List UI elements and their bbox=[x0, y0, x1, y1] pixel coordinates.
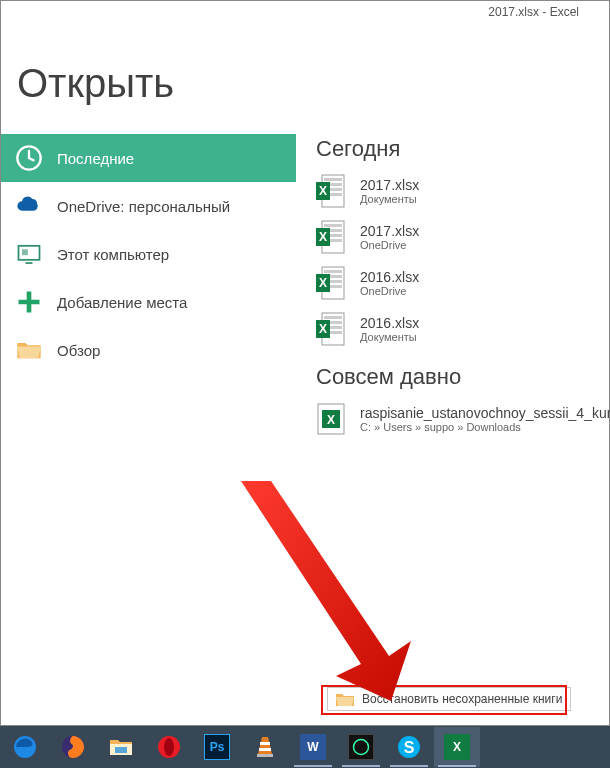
excel-file-icon: X bbox=[316, 312, 346, 346]
file-name: 2016.xlsx bbox=[360, 315, 419, 331]
excel-legacy-file-icon: X bbox=[316, 402, 346, 436]
group-heading-today: Сегодня bbox=[316, 136, 610, 162]
file-row[interactable]: X 2016.xlsx OneDrive bbox=[316, 260, 610, 306]
file-row[interactable]: X raspisanie_ustanovochnoy_sessii_4_kur … bbox=[316, 396, 610, 442]
taskbar-excel[interactable]: X bbox=[434, 727, 480, 767]
taskbar-opera[interactable] bbox=[146, 727, 192, 767]
open-sidebar: Последние OneDrive: персональный Этот ко… bbox=[1, 134, 296, 442]
file-path: OneDrive bbox=[360, 239, 419, 251]
excel-file-icon: X bbox=[316, 220, 346, 254]
file-name: 2017.xlsx bbox=[360, 177, 419, 193]
file-list: Сегодня X 2017.xlsx Документы X 2017.xls… bbox=[296, 134, 610, 442]
taskbar-mobaxterm[interactable] bbox=[338, 727, 384, 767]
svg-point-40 bbox=[164, 738, 174, 756]
folder-icon bbox=[15, 336, 43, 364]
taskbar-word[interactable]: W bbox=[290, 727, 336, 767]
file-path: Документы bbox=[360, 193, 419, 205]
sidebar-item-label: Последние bbox=[57, 150, 134, 167]
file-name: 2017.xlsx bbox=[360, 223, 419, 239]
svg-rect-19 bbox=[324, 270, 342, 273]
file-path: OneDrive bbox=[360, 285, 419, 297]
svg-rect-43 bbox=[259, 748, 271, 751]
file-path: Документы bbox=[360, 331, 419, 343]
taskbar-skype[interactable]: S bbox=[386, 727, 432, 767]
svg-rect-41 bbox=[257, 754, 273, 757]
file-row[interactable]: X 2017.xlsx Документы bbox=[316, 168, 610, 214]
file-path: C: » Users » suppo » Downloads bbox=[360, 421, 610, 433]
svg-text:X: X bbox=[319, 230, 327, 244]
svg-text:X: X bbox=[319, 322, 327, 336]
svg-rect-1 bbox=[19, 246, 40, 260]
svg-rect-5 bbox=[324, 178, 342, 181]
recover-unsaved-button[interactable]: Восстановить несохраненные книги bbox=[327, 687, 571, 711]
svg-rect-12 bbox=[324, 224, 342, 227]
window-title: 2017.xlsx - Excel bbox=[1, 1, 609, 21]
taskbar: Ps W S X bbox=[0, 726, 610, 768]
sidebar-item-browse[interactable]: Обзор bbox=[1, 326, 296, 374]
taskbar-photoshop[interactable]: Ps bbox=[194, 727, 240, 767]
taskbar-file-explorer[interactable] bbox=[98, 727, 144, 767]
svg-text:X: X bbox=[319, 276, 327, 290]
clock-icon bbox=[15, 144, 43, 172]
sidebar-item-label: Этот компьютер bbox=[57, 246, 169, 263]
onedrive-icon bbox=[15, 192, 43, 220]
sidebar-item-label: OneDrive: персональный bbox=[57, 198, 230, 215]
sidebar-item-recent[interactable]: Последние bbox=[1, 134, 296, 182]
computer-icon bbox=[15, 240, 43, 268]
sidebar-item-this-pc[interactable]: Этот компьютер bbox=[1, 230, 296, 278]
annotation-arrow bbox=[211, 471, 451, 711]
recover-button-label: Восстановить несохраненные книги bbox=[362, 692, 562, 706]
excel-open-backstage: 2017.xlsx - Excel Открыть Последние OneD… bbox=[0, 0, 610, 726]
folder-icon bbox=[336, 692, 354, 706]
sidebar-item-add-place[interactable]: Добавление места bbox=[1, 278, 296, 326]
file-name: 2016.xlsx bbox=[360, 269, 419, 285]
plus-icon bbox=[15, 288, 43, 316]
taskbar-firefox[interactable] bbox=[50, 727, 96, 767]
svg-text:X: X bbox=[319, 184, 327, 198]
svg-text:S: S bbox=[404, 739, 415, 756]
taskbar-vlc[interactable] bbox=[242, 727, 288, 767]
group-heading-older: Совсем давно bbox=[316, 364, 610, 390]
page-title: Открыть bbox=[1, 21, 609, 116]
file-name: raspisanie_ustanovochnoy_sessii_4_kur bbox=[360, 405, 610, 421]
svg-rect-2 bbox=[26, 262, 33, 264]
svg-rect-38 bbox=[115, 747, 127, 753]
svg-text:X: X bbox=[327, 413, 335, 427]
svg-rect-3 bbox=[22, 249, 28, 255]
svg-rect-42 bbox=[260, 742, 270, 745]
file-row[interactable]: X 2017.xlsx OneDrive bbox=[316, 214, 610, 260]
svg-rect-26 bbox=[324, 316, 342, 319]
sidebar-item-onedrive[interactable]: OneDrive: персональный bbox=[1, 182, 296, 230]
excel-file-icon: X bbox=[316, 174, 346, 208]
taskbar-edge[interactable] bbox=[2, 727, 48, 767]
sidebar-item-label: Обзор bbox=[57, 342, 100, 359]
svg-rect-44 bbox=[349, 735, 373, 759]
excel-file-icon: X bbox=[316, 266, 346, 300]
file-row[interactable]: X 2016.xlsx Документы bbox=[316, 306, 610, 352]
sidebar-item-label: Добавление места bbox=[57, 294, 187, 311]
